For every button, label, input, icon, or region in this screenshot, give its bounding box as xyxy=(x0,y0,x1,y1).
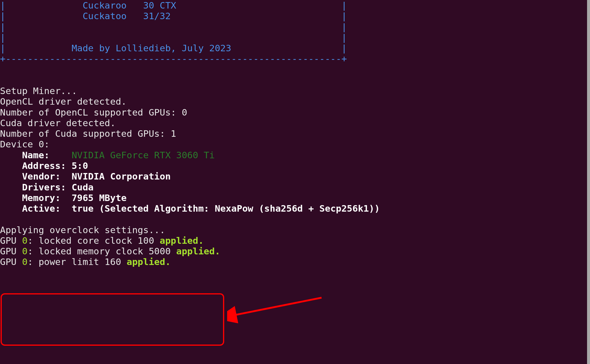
device-memory: Memory: 7965 MByte xyxy=(0,192,127,203)
banner-row: | Cuckaroo 30 CTX | xyxy=(0,0,347,11)
red-callout-box xyxy=(1,293,224,346)
setup-line: Number of Cuda supported GPUs: 1 xyxy=(0,128,176,139)
oc-prefix: GPU xyxy=(0,246,22,256)
banner-row: | | xyxy=(0,32,347,43)
device-name-value: NVIDIA GeForce RTX 3060 Ti xyxy=(72,150,215,160)
oc-applied: applied. xyxy=(127,256,171,267)
terminal-output: | Cuckaroo 30 CTX | | Cuckatoo 31/32 | |… xyxy=(0,0,590,267)
setup-line: Cuda driver detected. xyxy=(0,118,116,128)
oc-heading: Applying overclock settings... xyxy=(0,225,165,235)
oc-row: GPU 0: locked memory clock 5000 applied. xyxy=(0,246,220,256)
oc-prefix: GPU xyxy=(0,256,22,267)
scrollbar[interactable] xyxy=(587,0,590,364)
oc-applied: applied. xyxy=(160,235,204,246)
banner-row: | | xyxy=(0,22,347,32)
oc-text: : locked core clock 100 xyxy=(27,235,160,246)
device-address: Address: 5:0 xyxy=(0,160,88,171)
oc-index: 0 xyxy=(22,235,28,246)
oc-row: GPU 0: locked core clock 100 applied. xyxy=(0,235,204,246)
oc-applied: applied. xyxy=(176,246,220,256)
oc-prefix: GPU xyxy=(0,235,22,246)
banner-divider: +---------------------------------------… xyxy=(0,53,347,64)
setup-line: Setup Miner... xyxy=(0,85,77,96)
device-active: Active: true (Selected Algorithm: NexaPo… xyxy=(0,203,380,214)
oc-text: : locked memory clock 5000 xyxy=(27,246,176,256)
banner-credit: | Made by Lolliedieb, July 2023 | xyxy=(0,43,347,53)
device-vendor: Vendor: NVIDIA Corporation xyxy=(0,171,171,182)
device-name-label: Name: xyxy=(0,150,72,160)
oc-text: : power limit 160 xyxy=(27,256,127,267)
oc-index: 0 xyxy=(22,256,28,267)
setup-line: Number of OpenCL supported GPUs: 0 xyxy=(0,107,187,118)
svg-line-1 xyxy=(233,298,322,315)
red-arrow-annotation xyxy=(227,295,327,336)
banner-row: | Cuckatoo 31/32 | xyxy=(0,11,347,21)
terminal-screen: | Cuckaroo 30 CTX | | Cuckatoo 31/32 | |… xyxy=(0,0,590,364)
device-drivers: Drivers: Cuda xyxy=(0,182,94,192)
setup-line: Device 0: xyxy=(0,139,50,149)
oc-index: 0 xyxy=(22,246,28,256)
setup-line: OpenCL driver detected. xyxy=(0,96,127,107)
oc-row: GPU 0: power limit 160 applied. xyxy=(0,256,171,267)
